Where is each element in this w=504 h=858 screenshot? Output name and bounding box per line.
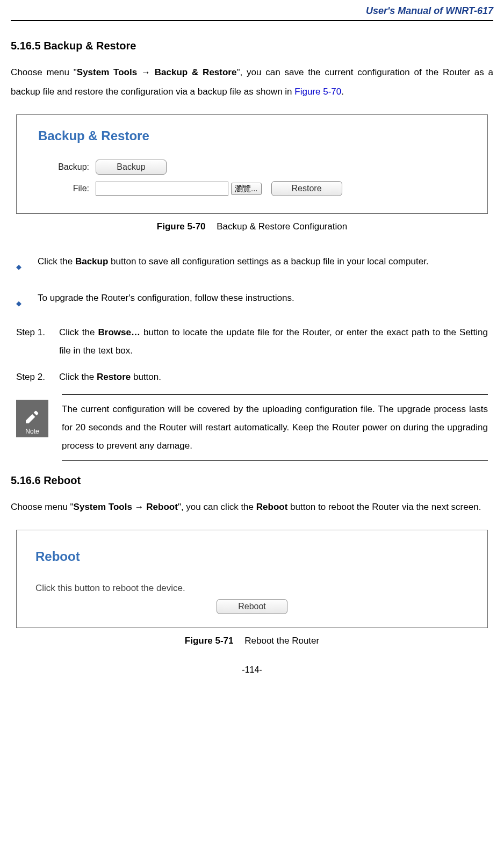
text: .	[341, 86, 344, 97]
figure-5-71-caption: Figure 5-71 Reboot the Router	[11, 636, 493, 646]
note-block: Note The current configuration will be c…	[16, 394, 488, 461]
file-label: File:	[38, 184, 96, 193]
caption-text: Reboot the Router	[244, 636, 319, 646]
section-heading-backup: 5.16.5 Backup & Restore	[11, 40, 493, 52]
figure-5-71-panel: Reboot Click this button to reboot the d…	[16, 530, 488, 628]
note-icon: Note	[16, 400, 48, 437]
figure-link[interactable]: Figure 5-70	[294, 86, 341, 97]
text: button to save all configuration setting…	[108, 256, 428, 266]
caption-label: Figure 5-71	[185, 636, 234, 646]
text: To upgrade the Router's configuration, f…	[38, 287, 488, 309]
page-number: -114-	[11, 665, 493, 675]
text: button to reboot the Router via the next…	[287, 502, 481, 512]
note-label: Note	[25, 428, 39, 435]
bullet-icon: ◆	[16, 295, 21, 312]
reboot-button[interactable]: Reboot	[217, 599, 287, 614]
caption-label: Figure 5-70	[157, 221, 206, 232]
step-2: Step 2. Click the Restore button.	[16, 368, 488, 386]
text: ", you can click the	[178, 502, 256, 512]
text-bold: Backup	[75, 256, 108, 266]
text: Click the	[59, 372, 97, 382]
file-input[interactable]	[96, 182, 228, 196]
bullet-icon: ◆	[16, 258, 21, 275]
section-number: 5.16.5	[11, 40, 41, 52]
page-header: User's Manual of WNRT-617	[11, 5, 493, 21]
text: Choose menu "	[11, 502, 74, 512]
section1-intro: Choose menu "System Tools → Backup & Res…	[11, 63, 493, 101]
restore-button[interactable]: Restore	[271, 181, 342, 196]
backup-button[interactable]: Backup	[96, 160, 167, 175]
panel-title: Reboot	[35, 549, 469, 564]
step-1: Step 1. Click the Browse… button to loca…	[16, 323, 488, 360]
text: Choose menu "	[11, 67, 77, 77]
figure-5-70-caption: Figure 5-70 Backup & Restore Configurati…	[11, 221, 493, 232]
text: Click the	[59, 327, 98, 337]
section-heading-reboot: 5.16.6 Reboot	[11, 474, 493, 487]
menu-path: System Tools → Reboot	[74, 502, 178, 512]
pencil-note-icon	[24, 408, 41, 426]
text-bold: Reboot	[256, 502, 288, 512]
caption-text: Backup & Restore Configuration	[217, 221, 347, 232]
step-label: Step 2.	[16, 368, 59, 386]
note-text: The current configuration will be covere…	[62, 394, 488, 461]
file-row: File: 瀏覽... Restore	[38, 181, 471, 196]
section2-intro: Choose menu "System Tools → Reboot", you…	[11, 498, 493, 517]
text-bold: Browse…	[98, 327, 140, 337]
bullet-upgrade: ◆ To upgrade the Router's configuration,…	[16, 287, 488, 312]
section-title: Reboot	[44, 474, 81, 486]
text: button.	[131, 372, 161, 382]
panel-title: Backup & Restore	[38, 128, 471, 143]
reboot-hint: Click this button to reboot the device.	[35, 583, 469, 594]
section-title: Backup & Restore	[44, 40, 136, 52]
section-number: 5.16.6	[11, 474, 41, 486]
backup-label: Backup:	[38, 162, 96, 172]
bullet-backup: ◆ Click the Backup button to save all co…	[16, 251, 488, 275]
text: Click the	[38, 256, 75, 266]
browse-button[interactable]: 瀏覽...	[231, 183, 262, 195]
step-label: Step 1.	[16, 323, 59, 360]
figure-5-70-panel: Backup & Restore Backup: Backup File: 瀏覽…	[16, 114, 488, 214]
menu-path: System Tools → Backup & Restore	[77, 67, 237, 77]
backup-row: Backup: Backup	[38, 160, 471, 175]
text-bold: Restore	[97, 372, 131, 382]
